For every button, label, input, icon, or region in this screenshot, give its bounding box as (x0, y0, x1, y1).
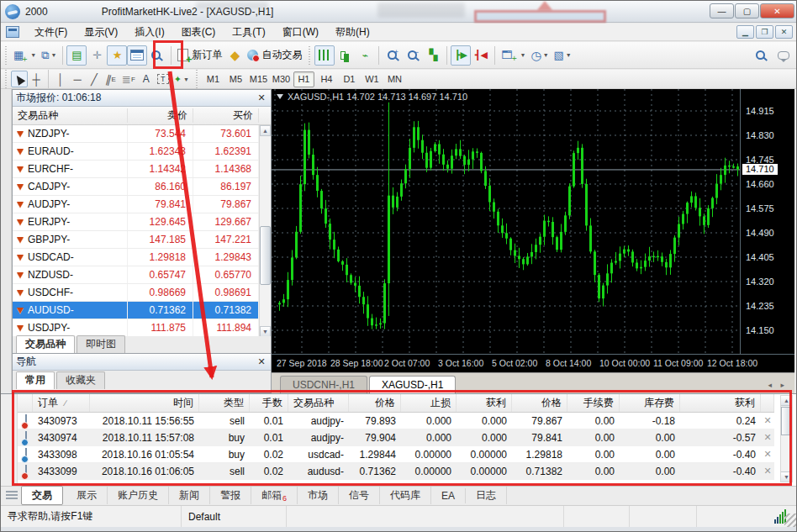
chevron-down-icon[interactable] (277, 94, 283, 99)
orders-col-header-1[interactable]: 时间 (90, 394, 199, 412)
market-watch-row[interactable]: USDCHF-0.986690.98691 (13, 284, 271, 302)
chart-tab-USDCNH-,H1[interactable]: USDCNH-,H1 (280, 376, 367, 393)
tab-收藏夹[interactable]: 收藏夹 (56, 371, 105, 389)
child-restore-button[interactable]: ❐ (756, 25, 773, 39)
timeframe-m15[interactable]: M15 (248, 71, 269, 87)
terminal-tab-账户历史[interactable]: 账户历史 (108, 487, 169, 504)
price-axis[interactable]: 14.710 14.91514.83014.74514.66014.57514.… (740, 89, 794, 354)
menu-item-工具T[interactable]: 工具(T) (224, 24, 273, 41)
tab-即时图[interactable]: 即时图 (77, 335, 125, 353)
order-row[interactable]: 34309742018.10.11 15:57:08buy0.01audjpy-… (18, 429, 774, 446)
periods-button[interactable]: ◷▼ (528, 45, 551, 66)
timeframe-h1[interactable]: H1 (293, 71, 314, 87)
toolbar-drag-handle[interactable] (194, 70, 199, 88)
market-watch-row[interactable]: NZDJPY-73.54473.601 (13, 125, 271, 143)
zoom-in-button[interactable]: + (383, 45, 403, 66)
status-profile[interactable]: Default (182, 506, 287, 527)
orders-col-header-3[interactable]: 手数 (250, 394, 288, 412)
scroll-thumb[interactable] (781, 407, 792, 435)
market-watch-row[interactable]: AUDUSD-0.713620.71382 (13, 302, 271, 319)
menu-item-插入I[interactable]: 插入(I) (126, 24, 172, 41)
order-row[interactable]: 34330992018.10.16 01:06:05sell0.02audusd… (18, 463, 774, 480)
timeframe-m5[interactable]: M5 (225, 71, 246, 87)
order-row[interactable]: 34330982018.10.16 01:05:54buy0.02usdcad-… (18, 446, 774, 463)
terminal-button[interactable] (127, 45, 147, 66)
scroll-thumb[interactable] (260, 226, 271, 285)
market-watch-row[interactable]: EURAUD-1.623431.62391 (13, 143, 271, 161)
terminal-tab-信号[interactable]: 信号 (339, 487, 380, 504)
terminal-tab-EA[interactable]: EA (431, 488, 466, 503)
terminal-tab-警报[interactable]: 警报 (210, 487, 251, 504)
price-chart[interactable] (272, 89, 740, 354)
terminal-tab-交易[interactable]: 交易 (21, 486, 63, 505)
indicators-button[interactable]: 🗔＋▼ (499, 45, 528, 66)
orders-col-header-6[interactable]: 止损 (401, 394, 457, 412)
orders-col-header-7[interactable]: 获利 (457, 394, 512, 412)
channel-button[interactable]: ∥E (103, 71, 119, 87)
data-window-button[interactable]: ✛ (87, 45, 107, 66)
text-label-button[interactable]: T (155, 71, 172, 87)
zoom-out-button[interactable]: − (403, 45, 423, 66)
horizontal-line-button[interactable]: ─ (69, 71, 86, 87)
scroll-up-icon[interactable]: ▲ (781, 396, 792, 406)
terminal-tab-代码库[interactable]: 代码库 (380, 487, 431, 504)
market-watch-row[interactable]: EURCHF-1.143421.14368 (13, 161, 271, 178)
menu-item-窗口W[interactable]: 窗口(W) (274, 24, 327, 41)
child-minimize-button[interactable]: ▁ (736, 25, 754, 39)
terminal-tab-市场[interactable]: 市场 (298, 487, 339, 504)
minimize-button[interactable]: — (710, 3, 734, 18)
resize-grip[interactable] (784, 514, 797, 527)
menu-item-文件F[interactable]: 文件(F) (26, 24, 76, 41)
fibonacci-button[interactable]: ≣F (119, 71, 138, 87)
timeframe-mn[interactable]: MN (384, 71, 405, 87)
timeframe-m30[interactable]: M30 (271, 71, 292, 87)
market-watch-row[interactable]: CADJPY-86.16086.197 (13, 178, 271, 196)
new-order-button[interactable]: 新订单 (175, 45, 224, 66)
market-watch-row[interactable]: USDJPY-111.875111.894 (13, 319, 271, 337)
chart-tab-XAGUSD-,H1[interactable]: XAGUSD-,H1 (369, 376, 456, 393)
autotrading-button[interactable]: 自动交易 (245, 45, 304, 66)
metaeditor-button[interactable]: ◆ (224, 45, 245, 66)
candlestick-button[interactable] (335, 45, 355, 66)
terminal-tab-展示[interactable]: 展示 (66, 487, 108, 504)
orders-col-header-8[interactable]: 价格 (512, 394, 567, 412)
orders-col-header-5[interactable]: 价格 (349, 394, 401, 412)
child-close-button[interactable]: ✕ (775, 25, 793, 39)
orders-col-header-11[interactable]: 获利 (680, 394, 761, 412)
market-watch-row[interactable]: NZDUSD-0.657470.65770 (13, 266, 271, 284)
scroll-down-icon[interactable]: ▼ (781, 471, 792, 482)
tab-常用[interactable]: 常用 (16, 371, 55, 389)
terminal-scrollbar[interactable]: ▲ ▼ (780, 395, 793, 482)
new-chart-button[interactable]: ▦＋▼ (11, 45, 39, 66)
orders-col-header-0[interactable]: 订单∕ (33, 394, 90, 412)
bar-chart-button[interactable] (314, 45, 335, 66)
orders-col-header-2[interactable]: 类型 (199, 394, 250, 412)
toolbar-drag-handle[interactable] (3, 70, 8, 88)
crosshair-button[interactable]: ┼ (28, 71, 45, 87)
menu-item-图表C[interactable]: 图表(C) (173, 24, 224, 41)
cursor-button[interactable] (11, 71, 28, 87)
chart-shift-button[interactable]: ┫◀ (471, 45, 491, 66)
maximize-button[interactable]: ▢ (735, 3, 759, 18)
navigator-button[interactable]: ★ (107, 45, 127, 66)
market-watch-close-icon[interactable]: ✕ (256, 92, 267, 103)
close-order-icon[interactable]: ✕ (761, 466, 774, 477)
market-watch-row[interactable]: EURJPY-129.645129.667 (13, 213, 271, 231)
market-watch-row[interactable]: USDCAD-1.298181.29843 (13, 249, 271, 266)
toolbar-drag-handle[interactable] (307, 46, 312, 65)
line-chart-button[interactable]: ⌁ (355, 45, 375, 66)
search-icon[interactable] (756, 50, 765, 60)
scroll-up-icon[interactable]: ▲ (260, 125, 271, 136)
terminal-tab-新闻[interactable]: 新闻 (169, 487, 210, 504)
arrows-button[interactable]: ✦▼ (172, 71, 192, 87)
market-watch-button[interactable]: ▤ (66, 45, 87, 66)
text-button[interactable]: A (138, 71, 155, 87)
menu-item-帮助H[interactable]: 帮助(H) (327, 24, 378, 41)
close-order-icon[interactable]: ✕ (761, 449, 774, 460)
trendline-button[interactable]: ╱ (86, 71, 103, 87)
time-axis[interactable]: 27 Sep 201828 Sep 18:002 Oct 07:003 Oct … (272, 354, 794, 372)
toolbar-drag-handle[interactable] (3, 46, 8, 65)
close-button[interactable]: ✕ (760, 3, 794, 18)
templates-button[interactable]: ▧▼ (552, 45, 574, 66)
timeframe-d1[interactable]: D1 (339, 71, 360, 87)
